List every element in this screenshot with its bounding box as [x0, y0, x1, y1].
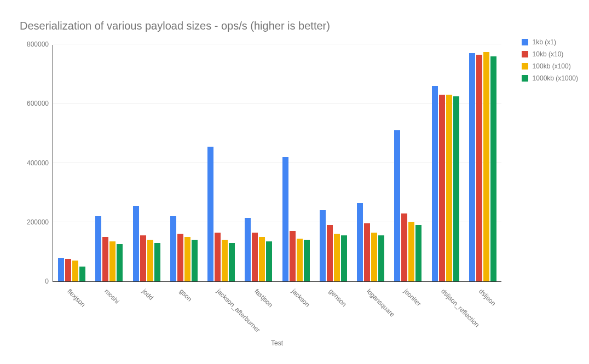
bar	[327, 225, 333, 281]
x-tick-label: genson	[328, 287, 349, 308]
x-tick-label: jodd	[141, 287, 155, 302]
y-tick-label: 600000	[15, 100, 49, 107]
legend: 1kb (x1) 10kb (x10) 100kb (x100) 1000kb …	[522, 38, 578, 86]
bar	[109, 241, 116, 281]
bar	[259, 237, 265, 281]
bar-group	[352, 45, 389, 281]
x-axis-title: Test	[53, 339, 501, 347]
x-tick: jsoniter	[389, 285, 426, 334]
bar	[341, 235, 347, 281]
bar	[147, 240, 153, 281]
bar-group	[53, 45, 90, 281]
bar	[415, 225, 421, 281]
bar-group	[128, 45, 165, 281]
bar	[222, 240, 228, 281]
bar	[483, 52, 489, 281]
x-tick: genson	[314, 285, 351, 334]
bar	[215, 233, 221, 281]
x-tick-label: gson	[178, 287, 193, 303]
x-tick: dsljson	[464, 285, 501, 334]
bar	[79, 267, 85, 281]
bar	[439, 95, 445, 281]
bar	[177, 234, 183, 281]
bar	[245, 218, 251, 281]
bar	[357, 203, 363, 281]
bar-group	[427, 45, 464, 281]
x-tick-label: jackson	[290, 287, 311, 309]
bar-group	[464, 45, 501, 281]
y-tick-label: 0	[15, 278, 49, 285]
bar-group	[315, 45, 352, 281]
x-tick: flexjson	[53, 285, 90, 334]
bar	[469, 53, 475, 281]
bar	[432, 86, 438, 281]
bar	[102, 237, 108, 281]
bar-group	[389, 45, 426, 281]
x-tick-label: jsoniter	[402, 287, 423, 308]
bar	[297, 239, 303, 281]
bar	[476, 55, 482, 281]
x-tick: jodd	[128, 285, 165, 334]
legend-label: 1kb (x1)	[533, 38, 556, 46]
bar	[304, 240, 310, 281]
x-tick-label: flexjson	[66, 287, 87, 309]
bar	[207, 147, 213, 281]
legend-label: 10kb (x10)	[533, 50, 564, 58]
bar	[320, 210, 326, 281]
bar	[252, 233, 258, 281]
x-tick-label: dsljson	[477, 287, 497, 307]
legend-item: 10kb (x10)	[522, 50, 578, 58]
bar	[401, 213, 407, 281]
legend-item: 1kb (x1)	[522, 38, 578, 46]
bar	[453, 96, 459, 281]
bar-group	[240, 45, 277, 281]
x-tick: jackson_afterburner	[202, 285, 239, 334]
x-tick-labels: flexjsonmoshijoddgsonjackson_afterburner…	[53, 285, 501, 334]
bar	[133, 206, 139, 281]
bar	[58, 258, 64, 281]
y-tick-label: 800000	[15, 41, 49, 48]
bar-group	[165, 45, 203, 281]
bar	[184, 237, 190, 281]
grid-line	[53, 44, 501, 44]
bar	[378, 235, 384, 281]
legend-item: 1000kb (x1000)	[522, 74, 578, 82]
bar	[65, 259, 71, 281]
x-tick-label: fastjson	[253, 287, 274, 309]
bar	[170, 216, 176, 281]
x-tick: fastjson	[240, 285, 277, 334]
bar	[490, 56, 496, 281]
bar-groups	[53, 45, 501, 281]
x-tick: jackson	[277, 285, 314, 334]
bar	[334, 234, 340, 281]
legend-swatch	[522, 51, 528, 57]
bar	[229, 243, 235, 281]
legend-swatch	[522, 39, 528, 45]
x-tick-label: moshi	[103, 287, 122, 305]
y-tick-label: 400000	[15, 159, 49, 167]
bar-group	[278, 45, 315, 281]
bar	[140, 235, 146, 281]
bar	[446, 95, 452, 281]
x-tick: moshi	[90, 285, 127, 334]
legend-swatch	[522, 75, 528, 82]
bar	[364, 223, 370, 281]
plot-area: 0200000400000600000800000	[53, 45, 501, 282]
bar	[154, 243, 160, 281]
legend-label: 100kb (x100)	[533, 62, 571, 70]
legend-item: 100kb (x100)	[522, 62, 578, 70]
bar	[408, 222, 414, 281]
bar	[282, 157, 288, 281]
legend-swatch	[522, 63, 528, 70]
bar	[394, 130, 400, 281]
chart-title: Deserialization of various payload sizes…	[20, 20, 330, 32]
bar	[95, 216, 101, 281]
bar	[117, 244, 123, 281]
bar	[192, 240, 198, 281]
bar	[72, 261, 78, 281]
y-tick-label: 200000	[15, 218, 49, 226]
legend-label: 1000kb (x1000)	[533, 74, 578, 82]
bar-group	[90, 45, 128, 281]
bar-group	[203, 45, 240, 281]
bar	[290, 231, 296, 281]
